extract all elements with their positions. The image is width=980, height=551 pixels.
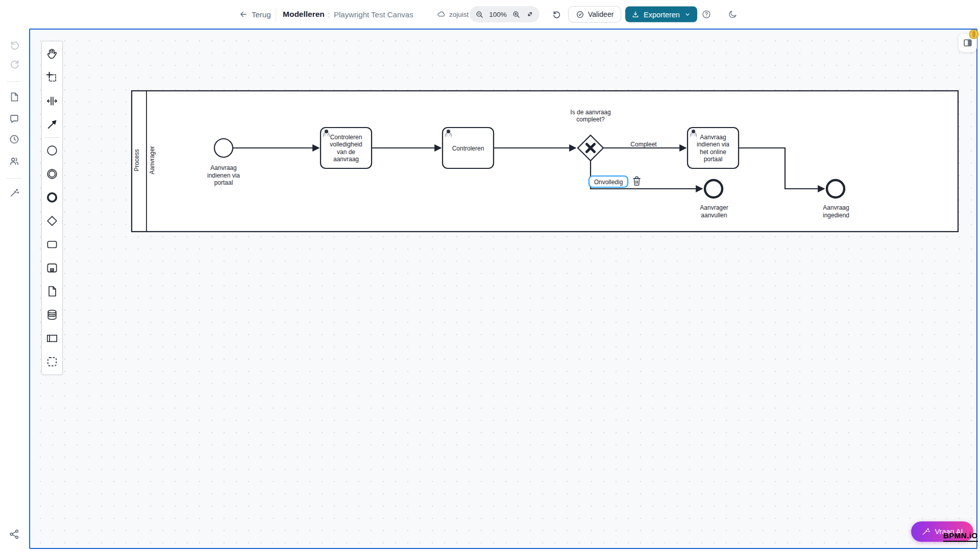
back-arrow-icon [239,10,248,19]
toolbar-divider [276,8,276,21]
svg-text:volledigheid: volledigheid [330,141,362,148]
create-data-object[interactable] [42,280,62,303]
svg-text:Aanvraag: Aanvraag [823,204,849,211]
zoom-in-button[interactable] [512,10,521,19]
end-event-supplement[interactable] [705,180,722,197]
start-event[interactable] [214,139,233,157]
bpmn-modeler-app: Terug Modelleren : Playwright Test Canva… [0,0,980,551]
coin-icon [969,29,979,39]
top-toolbar: Terug Modelleren : Playwright Test Canva… [0,0,980,29]
history-button[interactable] [9,134,21,146]
download-icon [631,10,640,18]
svg-text:Is de aanvraag: Is de aanvraag [570,109,610,116]
bpmn-io-logo[interactable]: BPMN.iO [943,532,978,542]
sidebar-divider [7,178,22,179]
back-button[interactable]: Terug [239,10,271,19]
validate-label: Valideer [588,10,614,18]
zoom-out-icon [475,10,484,19]
lasso-tool-icon [45,71,59,84]
create-subprocess[interactable] [42,256,62,280]
chevron-down-icon [684,11,691,18]
svg-text:van de: van de [337,148,355,156]
files-button[interactable] [9,91,21,104]
task-icon [45,238,59,251]
comment-icon [9,113,20,124]
help-button[interactable] [701,9,712,19]
create-gateway[interactable] [42,209,62,233]
export-label: Exporteren [644,10,680,18]
fit-viewport-button[interactable] [526,10,534,18]
zoom-controls: 100% [470,6,540,22]
task-review[interactable]: Controleren [443,128,494,168]
dark-mode-toggle[interactable] [728,10,738,19]
hand-tool[interactable] [42,42,62,66]
create-task[interactable] [42,233,62,256]
data-object-icon [45,285,59,298]
create-group[interactable] [42,350,62,373]
zoom-in-icon [512,10,521,19]
global-connect-tool[interactable] [42,113,62,136]
flow-onvolledig-label-editbox[interactable]: Onvolledig [589,176,628,187]
svg-text:ingediend: ingediend [823,212,849,219]
svg-text:indienen via: indienen via [697,141,729,148]
data-store-icon [45,308,59,321]
reset-view-icon [552,10,561,19]
bpmn-palette [41,41,63,375]
svg-text:aanvullen: aanvullen [701,212,727,219]
gateway-icon [45,214,59,228]
svg-text:compleet?: compleet? [576,116,605,123]
task-submit-online[interactable]: Aanvraag indienen via het online portaal [688,128,739,168]
bpmn-canvas[interactable]: Process Aanvrager Aanvraag indienen via … [29,29,977,549]
pool-label: Process [133,149,140,171]
space-tool[interactable] [42,89,62,113]
zoom-out-button[interactable] [475,10,484,19]
export-button[interactable]: Exporteren [625,7,697,22]
global-connect-icon [45,118,59,131]
svg-text:indienen via: indienen via [207,172,240,179]
flow-compleet-label[interactable]: Compleet [630,141,657,148]
palette-divider [45,137,59,138]
credits-badge[interactable] [969,29,979,39]
redo-button[interactable] [9,58,21,70]
undo-icon [9,39,21,51]
create-data-store[interactable] [42,303,62,327]
end-event-submitted[interactable] [827,180,844,197]
zoom-level[interactable]: 100% [489,11,507,18]
create-participant[interactable] [42,327,62,350]
create-intermediate-event[interactable] [42,162,62,186]
lasso-tool[interactable] [42,66,62,89]
moon-icon [728,10,738,19]
svg-text:het online: het online [700,148,726,156]
svg-text:Onvolledig: Onvolledig [594,179,623,186]
comments-button[interactable] [9,113,21,126]
magic-wand-icon [921,527,930,536]
save-status: zojuist [437,10,469,19]
validate-button[interactable]: Valideer [568,6,621,22]
check-circle-icon [576,10,584,19]
reset-view-button[interactable] [552,10,561,19]
cloud-icon [437,10,446,19]
ai-tools-button[interactable] [9,187,21,199]
end-event-icon [45,191,59,204]
back-label: Terug [252,10,271,19]
svg-text:Aanvrager: Aanvrager [700,204,728,211]
create-end-event[interactable] [42,186,62,209]
task-check-completeness[interactable]: Controleren volledigheid van de aanvraag [321,128,372,168]
fit-viewport-icon [526,10,534,18]
group-icon [45,355,59,368]
end-event-supplement-label[interactable]: Aanvrager aanvullen [700,204,728,219]
clock-icon [9,134,20,145]
document-title[interactable]: Playwright Test Canvas [334,10,413,19]
svg-text:portaal: portaal [704,156,723,163]
collaborators-button[interactable] [9,156,21,168]
create-start-event[interactable] [42,139,62,162]
subprocess-icon [45,261,59,274]
redo-icon [9,58,21,70]
undo-button[interactable] [9,39,21,51]
end-event-submitted-label[interactable]: Aanvraag ingediend [823,204,849,219]
svg-text:aanvraag: aanvraag [333,156,359,163]
help-icon [701,9,712,19]
svg-text:Aanvraag: Aanvraag [210,164,236,171]
svg-text:Aanvraag: Aanvraag [700,134,726,141]
share-button[interactable] [9,529,21,541]
